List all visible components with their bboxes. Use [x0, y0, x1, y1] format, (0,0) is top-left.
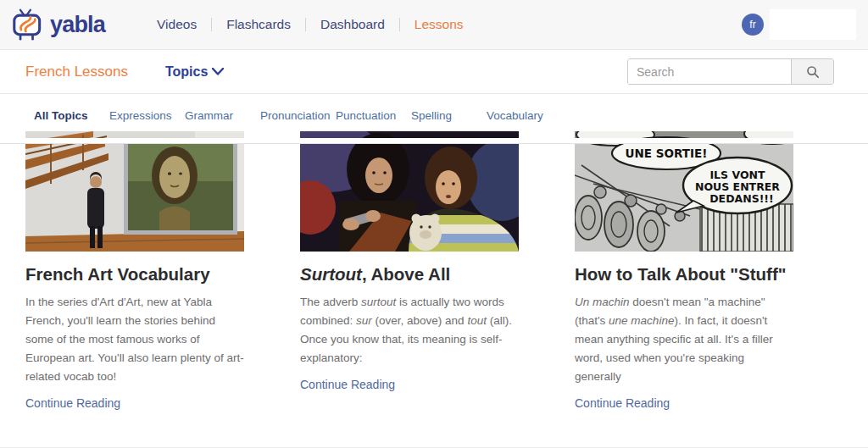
nav-item-lessons[interactable]: Lessons [400, 17, 478, 32]
card-description: Un machin doesn't mean "a machine" (that… [575, 293, 793, 386]
nav-item-flashcards[interactable]: Flashcards [212, 17, 305, 32]
yabla-logo[interactable]: yabla [12, 8, 105, 41]
lessons-page: yabla Videos Flashcards Dashboard Lesson… [0, 0, 868, 448]
search-bar [627, 58, 834, 85]
topbar-right: fr [742, 9, 856, 40]
lesson-card-surtout: Surtout, Above All The adverb surtout is… [300, 131, 519, 411]
speech-bubble-text: ILS VONT [709, 169, 765, 181]
topics-dropdown-button[interactable]: Topics [165, 64, 224, 80]
yabla-tv-icon [12, 8, 46, 41]
speech-bubble-text: NOUS ENTRER [695, 180, 780, 193]
speech-bubble-text: UNE SORTIE! [626, 147, 708, 160]
card-title: Surtout, Above All [300, 263, 519, 285]
lesson-card-list: French Art Vocabulary In the series d'Ar… [25, 131, 793, 411]
tab-vocabulary[interactable]: Vocabulary [487, 109, 562, 122]
page-title: French Lessons [25, 64, 128, 80]
card-description: In the series d'Art d'Art, new at Yabla … [25, 293, 244, 386]
lesson-card-stuff: UNE SORTIE! ILS VONT NOUS ENTRER DEDANS!… [575, 131, 793, 411]
search-input[interactable] [628, 59, 791, 84]
main-nav: Videos Flashcards Dashboard Lessons [142, 17, 478, 32]
continue-reading-link[interactable]: Continue Reading [300, 378, 395, 391]
card-image-art-studio[interactable] [25, 131, 244, 252]
user-menu-box[interactable] [770, 9, 856, 40]
card-image-comic[interactable]: UNE SORTIE! ILS VONT NOUS ENTRER DEDANS!… [575, 131, 793, 252]
lessons-toolbar: French Lessons Topics [0, 50, 868, 94]
card-description: The adverb surtout is actually two words… [300, 293, 519, 368]
chevron-down-icon [212, 68, 224, 75]
top-navigation-bar: yabla Videos Flashcards Dashboard Lesson… [0, 0, 868, 50]
nav-item-videos[interactable]: Videos [142, 17, 211, 32]
search-icon [806, 65, 820, 79]
logo-wordmark: yabla [50, 12, 105, 38]
search-button[interactable] [791, 59, 833, 84]
continue-reading-link[interactable]: Continue Reading [575, 396, 670, 410]
card-title: How to Talk About "Stuff" [575, 263, 793, 285]
topics-dropdown-label: Topics [165, 64, 208, 80]
tab-expressions[interactable]: Expressions [109, 109, 185, 122]
card-title: French Art Vocabulary [25, 263, 244, 285]
language-avatar[interactable]: fr [742, 14, 764, 36]
nav-item-dashboard[interactable]: Dashboard [306, 17, 399, 32]
tab-punctuation[interactable]: Punctuation [336, 109, 411, 122]
tab-all-topics[interactable]: All Topics [34, 109, 109, 122]
tab-grammar[interactable]: Grammar [185, 109, 260, 122]
section-divider [0, 138, 868, 144]
speech-bubble-text: DEDANS!!! [709, 192, 774, 205]
card-image-tv-watchers[interactable] [300, 131, 519, 252]
tab-pronunciation[interactable]: Pronunciation [260, 109, 336, 122]
tab-spelling[interactable]: Spelling [411, 109, 487, 122]
continue-reading-link[interactable]: Continue Reading [25, 396, 120, 410]
lesson-card-french-art-vocabulary: French Art Vocabulary In the series d'Ar… [25, 131, 244, 411]
